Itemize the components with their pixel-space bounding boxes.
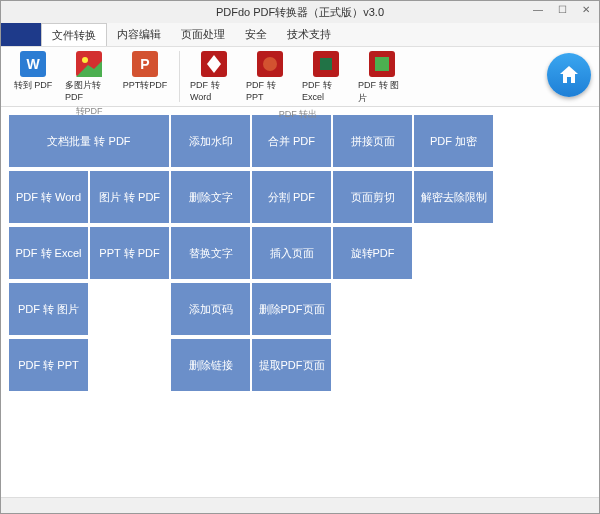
tile-image-to-pdf[interactable]: 图片 转 PDF: [90, 171, 169, 223]
tool-ppt-to-pdf[interactable]: P PPT转PDF: [117, 49, 173, 104]
svg-point-3: [82, 57, 88, 63]
toolbar-divider: [179, 51, 180, 102]
tile-delete-text[interactable]: 删除文字: [171, 171, 250, 223]
svg-rect-10: [320, 58, 332, 70]
pdf-ppt-icon: [257, 51, 283, 77]
svg-text:W: W: [26, 56, 40, 72]
image-icon: [76, 51, 102, 77]
tab-page-process[interactable]: 页面处理: [171, 23, 235, 46]
toolbar: W 转到 PDF 多图片转PDF P PPT转PDF 转PDF PDF 转 Wo…: [1, 47, 599, 107]
svg-rect-12: [375, 57, 389, 71]
home-icon: [557, 63, 581, 87]
svg-point-8: [263, 57, 277, 71]
tool-group-to-pdf: W 转到 PDF 多图片转PDF P PPT转PDF 转PDF: [1, 47, 177, 106]
tile-batch-to-pdf[interactable]: 文档批量 转 PDF: [9, 115, 169, 167]
tile-add-watermark[interactable]: 添加水印: [171, 115, 250, 167]
titlebar: PDFdo PDF转换器（正式版）v3.0 — ☐ ✕: [1, 1, 599, 23]
tool-pdf-to-ppt[interactable]: PDF 转 PPT: [242, 49, 298, 107]
content-area: 文档批量 转 PDF 添加水印 合并 PDF 拼接页面 PDF 加密 PDF 转…: [1, 107, 599, 497]
group-label-from-pdf: PDF 转出: [279, 108, 318, 121]
minimize-icon[interactable]: —: [529, 3, 547, 17]
window-title: PDFdo PDF转换器（正式版）v3.0: [216, 5, 384, 20]
tab-security[interactable]: 安全: [235, 23, 277, 46]
tile-rotate-pdf[interactable]: 旋转PDF: [333, 227, 412, 279]
tile-ppt-to-pdf[interactable]: PPT 转 PDF: [90, 227, 169, 279]
tool-to-pdf[interactable]: W 转到 PDF: [5, 49, 61, 104]
tile-join-pages[interactable]: 拼接页面: [333, 115, 412, 167]
tile-insert-page[interactable]: 插入页面: [252, 227, 331, 279]
tile-crop-page[interactable]: 页面剪切: [333, 171, 412, 223]
tab-support[interactable]: 技术支持: [277, 23, 341, 46]
tool-pdf-to-image[interactable]: PDF 转 图片: [354, 49, 410, 107]
tab-file-convert[interactable]: 文件转换: [41, 23, 107, 46]
maximize-icon[interactable]: ☐: [553, 3, 571, 17]
tile-extract-page[interactable]: 提取PDF页面: [252, 339, 331, 391]
tile-add-pagenum[interactable]: 添加页码: [171, 283, 250, 335]
tile-pdf-to-excel[interactable]: PDF 转 Excel: [9, 227, 88, 279]
window-controls: — ☐ ✕: [529, 3, 595, 17]
group-label-to-pdf: 转PDF: [76, 105, 103, 118]
tile-pdf-to-ppt[interactable]: PDF 转 PPT: [9, 339, 88, 391]
tool-images-to-pdf[interactable]: 多图片转PDF: [61, 49, 117, 104]
menubar: 文件转换 内容编辑 页面处理 安全 技术支持: [1, 23, 599, 47]
tile-delete-link[interactable]: 删除链接: [171, 339, 250, 391]
tab-content-edit[interactable]: 内容编辑: [107, 23, 171, 46]
ppt-icon: P: [132, 51, 158, 77]
home-button[interactable]: [547, 53, 591, 97]
pdf-excel-icon: [313, 51, 339, 77]
close-icon[interactable]: ✕: [577, 3, 595, 17]
tile-split-pdf[interactable]: 分割 PDF: [252, 171, 331, 223]
statusbar: [1, 497, 599, 513]
pdf-image-icon: [369, 51, 395, 77]
tool-group-from-pdf: PDF 转 Word PDF 转 PPT PDF 转 Excel PDF 转 图…: [182, 47, 414, 106]
tile-pdf-to-image[interactable]: PDF 转 图片: [9, 283, 88, 335]
tile-delete-page[interactable]: 删除PDF页面: [252, 283, 331, 335]
tile-replace-text[interactable]: 替换文字: [171, 227, 250, 279]
word-icon: W: [20, 51, 46, 77]
tile-encrypt-pdf[interactable]: PDF 加密: [414, 115, 493, 167]
menu-accent: [1, 23, 41, 46]
tool-pdf-to-word[interactable]: PDF 转 Word: [186, 49, 242, 107]
tile-merge-pdf[interactable]: 合并 PDF: [252, 115, 331, 167]
tile-decrypt[interactable]: 解密去除限制: [414, 171, 493, 223]
tile-pdf-to-word[interactable]: PDF 转 Word: [9, 171, 88, 223]
tool-pdf-to-excel[interactable]: PDF 转 Excel: [298, 49, 354, 107]
pdf-word-icon: [201, 51, 227, 77]
svg-text:P: P: [140, 56, 149, 72]
tile-grid: 文档批量 转 PDF 添加水印 合并 PDF 拼接页面 PDF 加密 PDF 转…: [9, 115, 591, 391]
